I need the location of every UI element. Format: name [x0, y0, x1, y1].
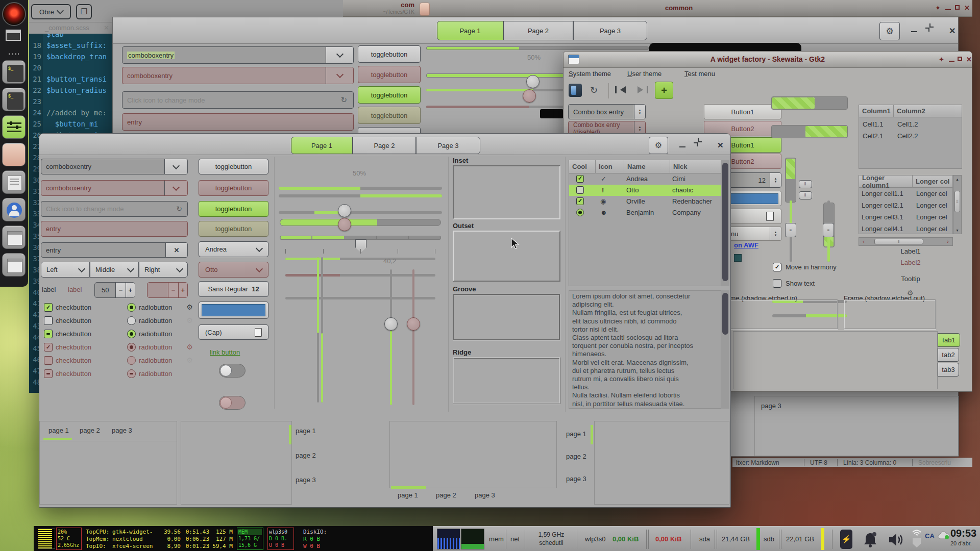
scale-shield-knob[interactable]	[355, 239, 366, 253]
tab-page2[interactable]: page 2	[566, 453, 586, 460]
dock-window-icon[interactable]	[2, 253, 26, 277]
vslider-track[interactable]	[390, 269, 392, 405]
hslider-knob[interactable]: ⦀	[799, 191, 812, 199]
close-icon[interactable]: ✕	[964, 5, 970, 11]
clear-button[interactable]: ✕	[165, 243, 187, 257]
dock-terminal-icon[interactable]: $_	[2, 88, 26, 111]
shield-icon[interactable]	[913, 538, 921, 547]
show-text-row[interactable]: Show text	[773, 279, 815, 288]
tab-page1[interactable]: page 1	[398, 491, 418, 499]
textview[interactable]: Lorem ipsum dolor sit amet, consectetur …	[569, 290, 721, 409]
link-button[interactable]: link button	[210, 348, 240, 356]
vertical-scrollbar[interactable]	[721, 160, 729, 286]
horizontal-scrollbar[interactable]: ‹ ⦀ ›	[859, 237, 953, 246]
checkbox-checked[interactable]: ✓	[773, 263, 781, 271]
spin-arrows[interactable]: ▴▾	[770, 173, 781, 187]
battery-icon[interactable]: ⚡	[840, 530, 852, 549]
radio-unselected[interactable]	[127, 316, 136, 325]
cpu-governor[interactable]: 1,59 GHz schedutil	[531, 531, 572, 547]
vslider-knob[interactable]: ≡	[785, 223, 796, 237]
dock-grip[interactable]	[9, 53, 19, 55]
keyboard-layout[interactable]: CA	[925, 532, 935, 540]
togglebutton[interactable]: togglebutton	[199, 159, 268, 174]
checkbox-checked[interactable]: ✓	[44, 303, 53, 312]
scroll-thumb[interactable]	[722, 163, 728, 281]
column-header[interactable]: Column2	[894, 105, 962, 117]
comboboxentry[interactable]: comboboxentry	[122, 46, 354, 64]
tab-close-icon[interactable]: ✕	[104, 24, 109, 32]
button1[interactable]: Button1	[704, 104, 781, 119]
tab-page3[interactable]: Page 3	[416, 137, 480, 154]
window2-headerbar[interactable]: Page 1 Page 2 Page 3 ⚙ ✕	[39, 134, 730, 155]
color-button[interactable]	[199, 302, 268, 319]
table-row[interactable]: ✓ ◉ Orville Redenbacher	[569, 196, 721, 207]
icon-entry[interactable]: Click icon to change mode ↻	[41, 201, 188, 217]
checkbox-unchecked[interactable]	[773, 279, 781, 288]
speaker-icon[interactable]	[888, 533, 904, 547]
column-header-icon[interactable]: Icon	[596, 160, 624, 173]
combo-dropdown-button[interactable]	[326, 47, 353, 63]
tab-page2[interactable]: page 2	[296, 452, 316, 459]
column-header[interactable]: Column1	[859, 105, 894, 117]
scroll-up-arrow[interactable]: ▴	[953, 176, 961, 183]
vertical-scrollbar[interactable]: ▴ ≡ ▾	[953, 175, 962, 234]
table-cell[interactable]: Cell2.1	[863, 132, 883, 140]
close-icon[interactable]: ✕	[966, 56, 972, 63]
network-graph[interactable]	[461, 529, 484, 549]
open-icon[interactable]	[569, 84, 582, 97]
gear-button[interactable]: ⚙	[879, 22, 900, 40]
gear-button[interactable]: ⚙	[649, 137, 668, 154]
table-cell[interactable]: Longer cell1.1	[862, 190, 903, 197]
column-header-cool[interactable]: Cool	[569, 160, 596, 173]
table-cell[interactable]: Cell1.1	[863, 120, 883, 128]
vertical-scrollbar[interactable]	[721, 290, 729, 409]
pin-icon[interactable]: ✦	[939, 56, 944, 63]
icon-entry[interactable]: Click icon to change mode ↻	[122, 91, 354, 109]
table-row-selected[interactable]: ! Otto chaotic	[569, 185, 721, 196]
dock-user-icon[interactable]	[2, 198, 26, 221]
table-cell[interactable]: Longer cel	[916, 213, 947, 221]
new-window-button[interactable]: ❐	[76, 4, 92, 19]
clock[interactable]: 09:53 20 d'abr.	[950, 528, 979, 546]
gear-icon[interactable]: ⚙	[186, 304, 193, 311]
tab-page1[interactable]: page 1	[48, 427, 69, 434]
table-cell[interactable]: Cell2.2	[897, 132, 918, 140]
radio-indeterminate[interactable]	[127, 330, 136, 338]
tab-page3[interactable]: page 3	[475, 491, 495, 499]
table-cell[interactable]: Longer cel	[916, 202, 947, 209]
tab-page3[interactable]: page 3	[566, 475, 586, 483]
table-cell[interactable]: Longer cell3.1	[862, 213, 903, 221]
row-radio-selected[interactable]	[576, 209, 584, 216]
scroll-right-arrow[interactable]: ›	[944, 238, 952, 245]
dropdown-right[interactable]: Right	[139, 262, 188, 278]
column-header[interactable]: Longer col	[913, 176, 953, 188]
close-icon[interactable]: ✕	[949, 26, 955, 36]
combo-dropdown-button[interactable]	[164, 159, 187, 174]
skip-start-icon[interactable]	[615, 86, 626, 93]
combo-spinner[interactable]: ▴▾	[770, 227, 781, 240]
togglebutton-active[interactable]: togglebutton	[358, 86, 421, 104]
togglebutton[interactable]: togglebutton	[358, 45, 421, 63]
tab-page2[interactable]: page 2	[436, 491, 456, 499]
cap-button[interactable]: (Cap)	[199, 324, 268, 340]
refresh-icon[interactable]: ↻	[590, 85, 598, 96]
window1-headerbar[interactable]: Page 1 Page 2 Page 3 ⚙ ✕	[113, 17, 958, 44]
tab-page1[interactable]: Page 1	[291, 137, 353, 154]
name-dropdown[interactable]: Andrea	[199, 241, 268, 257]
refresh-icon[interactable]: ↻	[176, 205, 182, 213]
entry-with-clear[interactable]: entry ✕	[41, 242, 188, 258]
refresh-icon[interactable]: ↻	[340, 95, 347, 105]
tab-page3[interactable]: Page 3	[573, 21, 647, 40]
comboboxentry[interactable]: comboboxentry	[41, 159, 188, 174]
hal-icon[interactable]	[2, 2, 26, 26]
editor-tab[interactable]: _common.scss	[45, 24, 89, 32]
minimize-icon[interactable]	[679, 146, 685, 147]
move-in-harmony-row[interactable]: ✓ Move in harmony	[773, 263, 837, 271]
menu-user-theme[interactable]: User theme	[627, 70, 662, 78]
table-cell[interactable]: Longer cell4.1	[862, 225, 903, 233]
dropdown-left[interactable]: Left	[41, 262, 90, 278]
minimize-icon[interactable]	[949, 61, 954, 62]
tab-page2[interactable]: page 2	[80, 427, 100, 434]
treeview-table[interactable]: Cool Icon Name Nick ✓ ✓ Andrea Cimi ! Ot…	[569, 160, 721, 286]
hslider-knob[interactable]: ⦀	[799, 180, 812, 188]
